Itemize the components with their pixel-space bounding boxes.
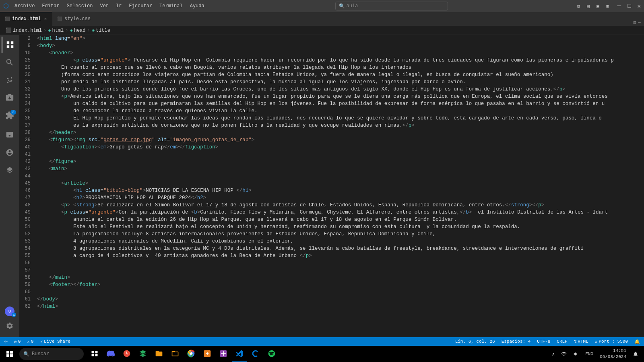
line-content-31[interactable]: por medio de las distintas llegadas al p… — [35, 78, 644, 86]
sidebar-item-explorer[interactable] — [2, 37, 18, 53]
taskbar-notifications[interactable] — [630, 346, 641, 362]
breadcrumb-head[interactable]: ◈ head — [70, 27, 85, 33]
tab-style-css[interactable]: ⬛ style.css — [52, 12, 95, 26]
breadcrumb-file[interactable]: ⬛ index.html — [6, 27, 42, 33]
taskbar-app-orange[interactable] — [200, 346, 215, 362]
line-content-45[interactable]: <article> — [35, 180, 644, 187]
line-content-32[interactable]: Uno de los primeros sitios donde llegó f… — [35, 86, 644, 93]
sidebar-item-layers[interactable] — [2, 162, 18, 178]
menu-editar[interactable]: Editar — [39, 2, 62, 10]
taskbar-edge[interactable] — [248, 346, 263, 362]
taskbar-chevron[interactable]: ∧ — [550, 346, 557, 362]
menu-seleccion[interactable]: Selección — [64, 2, 96, 10]
customize-layout-icon[interactable]: ⊞ — [605, 3, 611, 9]
line-content-37[interactable]: es la expresión artística de corazones q… — [35, 122, 644, 129]
command-search[interactable]: 🔍 aula — [335, 2, 448, 10]
status-bell[interactable]: 🔔 — [634, 339, 641, 344]
taskbar-chrome[interactable] — [184, 346, 199, 362]
user-avatar[interactable]: U 1 — [5, 306, 14, 316]
line-content-2[interactable]: <html lang="en"> — [35, 35, 644, 42]
line-content-9[interactable]: <body> — [35, 42, 644, 49]
breadcrumb-title[interactable]: ◈ title — [92, 27, 110, 33]
menu-ir[interactable]: Ir — [113, 2, 125, 10]
taskbar-folder[interactable] — [151, 346, 167, 362]
taskbar-network[interactable] — [559, 346, 569, 362]
maximize-button[interactable]: □ — [627, 3, 631, 9]
taskbar-clock[interactable]: 14:5106/08/2024 — [597, 348, 629, 360]
taskbar-lang[interactable]: ENG — [583, 346, 596, 362]
sidebar-item-run-debug[interactable] — [2, 90, 18, 106]
line-content-55[interactable]: a cargo de 4 colectivos y 40 artistas ga… — [35, 252, 644, 259]
status-position[interactable]: Lín. 6, col. 26 — [454, 339, 496, 344]
taskbar-app-green[interactable] — [135, 346, 151, 362]
line-content-59[interactable]: <footer></footer> — [35, 281, 644, 288]
line-content-40[interactable]: <figcaption><em>Grupo gotas de rap</em><… — [35, 144, 644, 151]
settings-icon[interactable] — [2, 318, 18, 334]
sidebar-item-remote[interactable] — [2, 127, 18, 143]
line-content-35[interactable]: de reconocer la realidad a través de qui… — [35, 107, 644, 115]
line-content-58[interactable]: </main> — [35, 274, 644, 281]
taskbar-search-box[interactable]: 🔍 Buscar — [19, 348, 84, 360]
line-content-62[interactable]: </html> — [35, 303, 644, 310]
line-content-61[interactable]: </body> — [35, 296, 644, 303]
line-content-29[interactable]: En cuanto al proceso que se llevó a cabo… — [35, 64, 644, 71]
line-content-50[interactable]: anuncia el cartel de la edición 26 de Hi… — [35, 216, 644, 223]
line-content-46[interactable]: <h1 class="titulo-blog">NOTICIAS DE LA E… — [35, 187, 644, 194]
sidebar-toggle-icon[interactable]: ▤ — [585, 3, 592, 9]
close-button[interactable]: ✕ — [638, 3, 641, 10]
line-content-54[interactable]: 8 agrupaciones distritales en la categor… — [35, 245, 644, 252]
sidebar-item-source-control[interactable] — [2, 72, 18, 88]
status-liveshare[interactable]: ⚡ Live Share — [39, 339, 71, 344]
line-content-34[interactable]: un caldo de cultivo para que germinaran … — [35, 100, 644, 107]
status-warnings[interactable]: ⚠ 0 — [26, 339, 34, 344]
line-content-39[interactable]: <figure><img src="gotas_de_rap.jpg" alt=… — [35, 136, 644, 144]
start-button[interactable] — [2, 346, 18, 362]
tab-index-html[interactable]: ⬛ index.html ✕ — [0, 12, 52, 26]
line-content-51[interactable]: Este año el Festival se realizará bajo e… — [35, 223, 644, 230]
status-eol[interactable]: CRLF — [556, 339, 568, 344]
line-content-53[interactable]: 4 agrupaciones nacionales de Medellín, C… — [35, 238, 644, 245]
menu-ver[interactable]: Ver — [97, 2, 112, 10]
status-remote[interactable]: ⊹ — [3, 339, 8, 344]
sidebar-item-extensions[interactable]: 2 — [2, 107, 18, 123]
line-content-36[interactable]: El Hip Hop permitió y permite escuchar l… — [35, 115, 644, 122]
panel-toggle-icon[interactable]: ▣ — [595, 3, 601, 9]
menu-ejecutar[interactable]: Ejecutar — [126, 2, 155, 10]
status-encoding[interactable]: UTF-8 — [536, 339, 551, 344]
tab-close-index[interactable]: ✕ — [43, 16, 47, 21]
split-editor-icon[interactable]: ⊟ — [634, 20, 636, 26]
breadcrumb-html[interactable]: ◈ html — [48, 27, 64, 33]
line-content-47[interactable]: <h2>PROGRAMACION HIP HOP AL PARQUE 2024<… — [35, 194, 644, 202]
menu-archivo[interactable]: Archivo — [11, 2, 38, 10]
sidebar-item-accounts[interactable] — [2, 144, 18, 160]
line-content-33[interactable]: <p>América Latina, bajo las situaciones … — [35, 93, 644, 100]
minimize-button[interactable]: ─ — [617, 2, 621, 10]
menu-terminal[interactable]: Terminal — [156, 2, 186, 10]
taskbar-task-view[interactable] — [87, 346, 102, 362]
taskbar-discord[interactable] — [103, 346, 118, 362]
more-actions-icon[interactable]: ⋯ — [638, 20, 641, 26]
status-spaces[interactable]: Espacios: 4 — [501, 339, 532, 344]
line-content-30[interactable]: (forma como eran conocidos los viajeros … — [35, 71, 644, 78]
taskbar-vscode[interactable] — [232, 346, 247, 362]
line-content-49[interactable]: <p class="urgente">Con la participación … — [35, 209, 644, 216]
line-content-48[interactable]: <p> <strong>Se realizará en el Simón Bol… — [35, 202, 644, 209]
line-content-38[interactable]: </header> — [35, 129, 644, 136]
sidebar-item-search[interactable] — [2, 54, 18, 70]
layout-toggle-icon[interactable]: ⊟ — [576, 3, 582, 9]
taskbar-sound[interactable] — [571, 346, 581, 362]
line-content-52[interactable]: La programación incluye 8 artistas inter… — [35, 230, 644, 238]
status-errors[interactable]: ⊗ 0 — [13, 339, 21, 344]
code-editor[interactable]: 2 <html lang="en"> 9 <body> 10 <header> … — [19, 35, 644, 337]
status-language[interactable]: ⌥ HTML — [573, 339, 589, 344]
taskbar-file-manager[interactable] — [167, 346, 183, 362]
taskbar-app-purple[interactable] — [216, 346, 231, 362]
line-content-42[interactable]: </figure> — [35, 158, 644, 165]
line-content-10[interactable]: <header> — [35, 49, 644, 57]
line-content-43[interactable]: <main> — [35, 165, 644, 173]
taskbar-app-red[interactable] — [119, 346, 134, 362]
taskbar-spotify[interactable] — [264, 346, 279, 362]
line-content-25[interactable]: <p class="urgente"> Pensarse el Hip Hop … — [35, 57, 644, 64]
menu-ayuda[interactable]: Ayuda — [187, 2, 208, 10]
status-port[interactable]: ⊝ Port : 5500 — [594, 339, 629, 344]
